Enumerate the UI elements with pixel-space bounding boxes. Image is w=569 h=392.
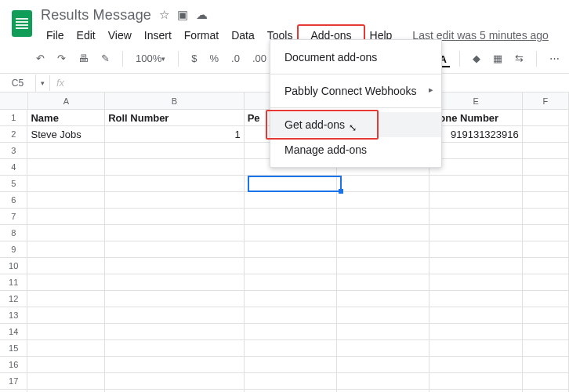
menu-edit[interactable]: Edit xyxy=(71,27,101,44)
row-header[interactable]: 11 xyxy=(0,274,27,290)
borders-icon[interactable]: ▦ xyxy=(490,49,506,67)
row-header[interactable]: 1 xyxy=(0,110,27,125)
row-header[interactable]: 16 xyxy=(0,357,27,372)
cell[interactable] xyxy=(523,110,569,125)
menu-data[interactable]: Data xyxy=(226,27,260,44)
row-header[interactable]: 6 xyxy=(0,192,27,208)
row-header[interactable]: 15 xyxy=(0,340,27,356)
cell[interactable]: Steve Jobs xyxy=(27,126,105,142)
zoom-select[interactable]: 100% xyxy=(132,49,169,67)
row-header[interactable]: 13 xyxy=(0,307,27,323)
redo-icon[interactable]: ↷ xyxy=(54,49,69,67)
undo-icon[interactable]: ↶ xyxy=(33,49,48,67)
move-icon[interactable]: ▣ xyxy=(177,8,188,22)
row-header[interactable]: 12 xyxy=(0,291,27,307)
cell[interactable] xyxy=(523,126,569,142)
menu-file[interactable]: File xyxy=(41,27,70,44)
percent-button[interactable]: % xyxy=(206,49,222,67)
row-header[interactable]: 5 xyxy=(0,176,27,191)
menu-item-get-addons[interactable]: Get add-ons ⤡ xyxy=(270,112,441,137)
cell[interactable]: Roll Number xyxy=(105,110,244,125)
sheets-logo[interactable] xyxy=(6,8,38,39)
fill-color-icon[interactable]: ◆ xyxy=(469,49,484,67)
menu-item-pabbly-webhooks[interactable]: Pabbly Connect Webhooks xyxy=(270,78,441,103)
menu-item-document-addons[interactable]: Document add-ons xyxy=(270,45,441,70)
name-box-dropdown-icon[interactable]: ▾ xyxy=(36,75,50,91)
row-header[interactable]: 2 xyxy=(0,126,27,142)
more-icon[interactable]: ⋯ xyxy=(546,49,563,67)
row-header[interactable]: 8 xyxy=(0,225,27,241)
paint-format-icon[interactable]: ✎ xyxy=(98,49,113,67)
row-header[interactable]: 14 xyxy=(0,324,27,339)
menu-format[interactable]: Format xyxy=(179,27,224,44)
col-header-e[interactable]: E xyxy=(429,93,522,109)
formula-bar[interactable]: fx xyxy=(50,77,71,89)
menu-insert[interactable]: Insert xyxy=(139,27,177,44)
cell[interactable]: 919131323916 xyxy=(429,126,522,142)
cloud-icon[interactable]: ☁ xyxy=(196,8,208,22)
col-header-f[interactable]: F xyxy=(523,93,569,109)
increase-decimal-button[interactable]: .00 xyxy=(249,49,270,67)
menu-view[interactable]: View xyxy=(103,27,137,44)
menu-item-manage-addons[interactable]: Manage add-ons xyxy=(270,137,441,162)
name-box[interactable]: C5 xyxy=(0,74,36,92)
row-header[interactable]: 4 xyxy=(0,159,27,175)
row-header[interactable]: 17 xyxy=(0,373,27,389)
currency-button[interactable]: $ xyxy=(188,49,200,67)
cursor-icon: ⤡ xyxy=(349,122,357,133)
row-header[interactable]: 9 xyxy=(0,241,27,257)
cell[interactable]: 1 xyxy=(105,126,244,142)
doc-title[interactable]: Results Message xyxy=(41,7,151,24)
row-header[interactable]: 10 xyxy=(0,258,27,274)
col-header-a[interactable]: A xyxy=(28,93,106,109)
print-icon[interactable]: 🖶 xyxy=(75,49,92,67)
decrease-decimal-button[interactable]: .0 xyxy=(228,49,243,67)
cell[interactable]: hone Number xyxy=(429,110,522,125)
merge-icon[interactable]: ⇆ xyxy=(512,49,527,67)
col-header-b[interactable]: B xyxy=(105,93,245,109)
row-header[interactable]: 3 xyxy=(0,143,27,158)
cell[interactable]: Name xyxy=(27,110,105,125)
row-header[interactable]: 7 xyxy=(0,209,27,224)
star-icon[interactable]: ☆ xyxy=(159,8,169,22)
addons-dropdown: Document add-ons Pabbly Connect Webhooks… xyxy=(270,39,442,168)
